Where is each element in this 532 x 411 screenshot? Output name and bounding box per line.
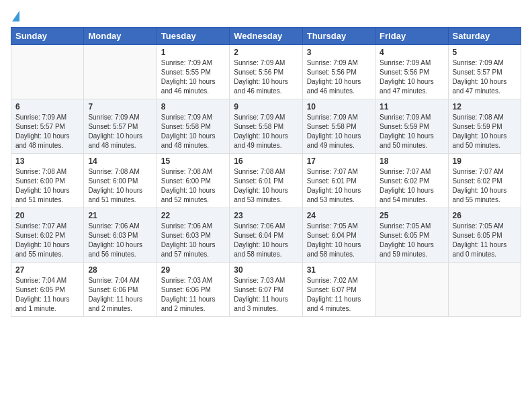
calendar-cell: 22Sunrise: 7:06 AMSunset: 6:03 PMDayligh…	[157, 208, 229, 263]
day-info: Sunrise: 7:02 AMSunset: 6:07 PMDaylight:…	[307, 276, 371, 314]
weekday-header-monday: Monday	[84, 28, 157, 45]
weekday-header-thursday: Thursday	[302, 28, 375, 45]
calendar-cell: 26Sunrise: 7:05 AMSunset: 6:05 PMDayligh…	[448, 208, 521, 263]
day-info: Sunrise: 7:09 AMSunset: 5:56 PMDaylight:…	[234, 58, 298, 96]
day-number: 15	[161, 156, 225, 166]
weekday-header-wednesday: Wednesday	[230, 28, 302, 45]
calendar-table: SundayMondayTuesdayWednesdayThursdayFrid…	[11, 27, 521, 317]
day-number: 20	[15, 211, 79, 220]
day-number: 5	[453, 48, 517, 57]
calendar-cell: 16Sunrise: 7:08 AMSunset: 6:01 PMDayligh…	[230, 154, 302, 208]
weekday-header-friday: Friday	[375, 28, 448, 45]
calendar-cell: 13Sunrise: 7:08 AMSunset: 6:00 PMDayligh…	[11, 154, 84, 208]
day-number: 9	[234, 102, 298, 111]
calendar-cell	[11, 45, 84, 99]
day-number: 10	[307, 102, 371, 111]
calendar-cell: 30Sunrise: 7:03 AMSunset: 6:07 PMDayligh…	[230, 263, 302, 317]
weekday-header-row: SundayMondayTuesdayWednesdayThursdayFrid…	[11, 28, 521, 45]
calendar-cell: 11Sunrise: 7:09 AMSunset: 5:59 PMDayligh…	[375, 99, 448, 154]
day-info: Sunrise: 7:07 AMSunset: 6:02 PMDaylight:…	[380, 167, 443, 205]
day-info: Sunrise: 7:09 AMSunset: 5:58 PMDaylight:…	[234, 113, 298, 150]
day-number: 30	[234, 265, 298, 275]
day-number: 31	[307, 265, 371, 275]
calendar-cell: 17Sunrise: 7:07 AMSunset: 6:01 PMDayligh…	[302, 154, 375, 208]
day-number: 8	[161, 102, 225, 111]
day-number: 28	[88, 265, 152, 275]
calendar-week-row: 1Sunrise: 7:09 AMSunset: 5:55 PMDaylight…	[11, 45, 521, 99]
day-info: Sunrise: 7:04 AMSunset: 6:06 PMDaylight:…	[88, 276, 152, 314]
day-info: Sunrise: 7:06 AMSunset: 6:03 PMDaylight:…	[88, 222, 152, 259]
day-number: 3	[307, 48, 371, 57]
day-info: Sunrise: 7:09 AMSunset: 5:59 PMDaylight:…	[380, 113, 443, 150]
day-info: Sunrise: 7:06 AMSunset: 6:03 PMDaylight:…	[161, 222, 225, 259]
calendar-cell: 8Sunrise: 7:09 AMSunset: 5:58 PMDaylight…	[157, 99, 229, 154]
day-info: Sunrise: 7:09 AMSunset: 5:57 PMDaylight:…	[15, 113, 79, 150]
calendar-week-row: 20Sunrise: 7:07 AMSunset: 6:02 PMDayligh…	[11, 208, 521, 263]
calendar-cell: 25Sunrise: 7:05 AMSunset: 6:05 PMDayligh…	[375, 208, 448, 263]
day-number: 17	[307, 156, 371, 166]
calendar-cell: 5Sunrise: 7:09 AMSunset: 5:57 PMDaylight…	[448, 45, 521, 99]
calendar-cell	[375, 263, 448, 317]
day-info: Sunrise: 7:05 AMSunset: 6:04 PMDaylight:…	[307, 222, 371, 259]
weekday-header-saturday: Saturday	[448, 28, 521, 45]
day-info: Sunrise: 7:08 AMSunset: 6:00 PMDaylight:…	[15, 167, 79, 205]
calendar-cell	[84, 45, 157, 99]
calendar-cell: 20Sunrise: 7:07 AMSunset: 6:02 PMDayligh…	[11, 208, 84, 263]
calendar-week-row: 6Sunrise: 7:09 AMSunset: 5:57 PMDaylight…	[11, 99, 521, 154]
day-info: Sunrise: 7:08 AMSunset: 6:01 PMDaylight:…	[234, 167, 298, 205]
calendar-cell: 1Sunrise: 7:09 AMSunset: 5:55 PMDaylight…	[157, 45, 229, 99]
day-info: Sunrise: 7:04 AMSunset: 6:05 PMDaylight:…	[15, 276, 79, 314]
day-info: Sunrise: 7:07 AMSunset: 6:02 PMDaylight:…	[15, 222, 79, 259]
calendar-cell: 24Sunrise: 7:05 AMSunset: 6:04 PMDayligh…	[302, 208, 375, 263]
day-number: 27	[15, 265, 79, 275]
day-info: Sunrise: 7:09 AMSunset: 5:55 PMDaylight:…	[161, 58, 225, 96]
day-number: 24	[307, 211, 371, 220]
calendar-cell: 29Sunrise: 7:03 AMSunset: 6:06 PMDayligh…	[157, 263, 229, 317]
calendar-cell: 4Sunrise: 7:09 AMSunset: 5:56 PMDaylight…	[375, 45, 448, 99]
day-number: 1	[161, 48, 225, 57]
calendar-cell: 14Sunrise: 7:08 AMSunset: 6:00 PMDayligh…	[84, 154, 157, 208]
calendar-week-row: 13Sunrise: 7:08 AMSunset: 6:00 PMDayligh…	[11, 154, 521, 208]
logo-triangle-icon	[12, 11, 19, 21]
day-info: Sunrise: 7:07 AMSunset: 6:01 PMDaylight:…	[307, 167, 371, 205]
day-number: 14	[88, 156, 152, 166]
calendar-cell: 31Sunrise: 7:02 AMSunset: 6:07 PMDayligh…	[302, 263, 375, 317]
calendar-cell: 21Sunrise: 7:06 AMSunset: 6:03 PMDayligh…	[84, 208, 157, 263]
page-header	[11, 11, 521, 20]
day-info: Sunrise: 7:09 AMSunset: 5:58 PMDaylight:…	[307, 113, 371, 150]
day-number: 13	[15, 156, 79, 166]
weekday-header-sunday: Sunday	[11, 28, 84, 45]
calendar-cell: 6Sunrise: 7:09 AMSunset: 5:57 PMDaylight…	[11, 99, 84, 154]
calendar-cell: 10Sunrise: 7:09 AMSunset: 5:58 PMDayligh…	[302, 99, 375, 154]
calendar-cell: 15Sunrise: 7:08 AMSunset: 6:00 PMDayligh…	[157, 154, 229, 208]
day-number: 2	[234, 48, 298, 57]
day-info: Sunrise: 7:05 AMSunset: 6:05 PMDaylight:…	[380, 222, 443, 259]
day-info: Sunrise: 7:08 AMSunset: 6:00 PMDaylight:…	[88, 167, 152, 205]
day-number: 26	[453, 211, 517, 220]
day-info: Sunrise: 7:09 AMSunset: 5:56 PMDaylight:…	[307, 58, 371, 96]
day-info: Sunrise: 7:03 AMSunset: 6:06 PMDaylight:…	[161, 276, 225, 314]
day-number: 25	[380, 211, 443, 220]
day-info: Sunrise: 7:09 AMSunset: 5:58 PMDaylight:…	[161, 113, 225, 150]
day-info: Sunrise: 7:08 AMSunset: 5:59 PMDaylight:…	[453, 113, 517, 150]
logo	[11, 11, 19, 20]
day-number: 6	[15, 102, 79, 111]
day-info: Sunrise: 7:09 AMSunset: 5:56 PMDaylight:…	[380, 58, 443, 96]
calendar-week-row: 27Sunrise: 7:04 AMSunset: 6:05 PMDayligh…	[11, 263, 521, 317]
day-number: 19	[453, 156, 517, 166]
calendar-cell: 7Sunrise: 7:09 AMSunset: 5:57 PMDaylight…	[84, 99, 157, 154]
calendar-cell: 18Sunrise: 7:07 AMSunset: 6:02 PMDayligh…	[375, 154, 448, 208]
calendar-cell: 3Sunrise: 7:09 AMSunset: 5:56 PMDaylight…	[302, 45, 375, 99]
day-number: 22	[161, 211, 225, 220]
day-info: Sunrise: 7:09 AMSunset: 5:57 PMDaylight:…	[88, 113, 152, 150]
calendar-cell: 19Sunrise: 7:07 AMSunset: 6:02 PMDayligh…	[448, 154, 521, 208]
day-number: 4	[380, 48, 443, 57]
calendar-cell: 12Sunrise: 7:08 AMSunset: 5:59 PMDayligh…	[448, 99, 521, 154]
day-number: 23	[234, 211, 298, 220]
day-info: Sunrise: 7:09 AMSunset: 5:57 PMDaylight:…	[453, 58, 517, 96]
day-info: Sunrise: 7:03 AMSunset: 6:07 PMDaylight:…	[234, 276, 298, 314]
calendar-cell: 28Sunrise: 7:04 AMSunset: 6:06 PMDayligh…	[84, 263, 157, 317]
calendar-cell	[448, 263, 521, 317]
day-info: Sunrise: 7:06 AMSunset: 6:04 PMDaylight:…	[234, 222, 298, 259]
weekday-header-tuesday: Tuesday	[157, 28, 229, 45]
